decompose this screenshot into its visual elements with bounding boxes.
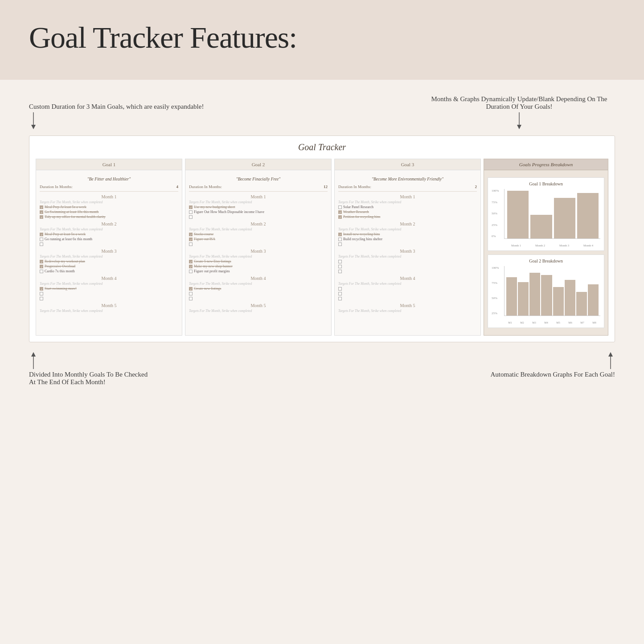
content-area: Custom Duration for 3 Main Goals, which … (0, 80, 644, 408)
task-item: Figure out profit margins (189, 269, 328, 273)
bottom-annotations: Divided Into Monthly Goals To Be Checked… (29, 351, 615, 386)
task-item: Cardio 7x this month (40, 269, 178, 273)
y-axis-1: 100% 75% 50% 25% 0% (492, 189, 499, 239)
g3-month-4: Month 4 Targets For The Month, Strike wh… (338, 276, 477, 300)
bar-2-1 (506, 277, 517, 316)
svg-marker-1 (31, 125, 36, 129)
tracker-container: Goal Tracker Goal 1 "Be Fitter and Healt… (29, 135, 615, 342)
g3-month-5: Month 5 Targets For The Month, Strike wh… (338, 303, 477, 313)
goal-3-header: Goal 3 (335, 159, 480, 170)
tracker-grid: Goal 1 "Be Fitter and Healthier" Duratio… (36, 159, 608, 336)
task-item: ✓ Make my new shop banner (189, 264, 328, 268)
goal-1-header: Goal 1 (36, 159, 182, 170)
task-item (338, 296, 477, 300)
task-item (338, 259, 477, 263)
task-item: ✓ Weather Research (338, 210, 477, 214)
task-item: ✓ Use my new budgeting sheet (189, 205, 328, 209)
task-item: ✓ Start swimming more! (40, 287, 178, 291)
tracker-title: Goal Tracker (36, 142, 608, 152)
chart-1-title: Goal 1 Breakdown (492, 181, 600, 186)
task-item (338, 291, 477, 295)
x-axis-1: Month 1 Month 2 Month 3 Month 4 (504, 244, 600, 247)
task-item (338, 269, 477, 273)
top-annotations: Custom Duration for 3 Main Goals, which … (29, 95, 615, 130)
task-item: ✓ Stocks course (189, 232, 328, 236)
arrow-up-right-bottom (606, 351, 615, 369)
g2-month-1: Month 1 Targets For The Month, Strike wh… (189, 194, 328, 219)
task-item: ✓ Create 5 new Etsy listings (189, 259, 328, 263)
g3-month-2: Month 2 Targets For The Month, Strike wh… (338, 222, 477, 246)
svg-marker-7 (608, 352, 613, 357)
bottom-annotation-right: Automatic Breakdown Graphs For Each Goal… (490, 351, 615, 386)
chart-2: 100% 75% 50% 25% (492, 266, 600, 324)
task-item: ✓ Progressive Overload (40, 264, 178, 268)
chart-1-area (504, 189, 600, 239)
task-item: Solar Panel Research (338, 205, 477, 209)
arrow-down-right (515, 112, 524, 130)
g2-month-4: Month 4 Targets For The Month, Strike wh… (189, 276, 328, 300)
task-item: ✓ Go Swimming at least 10x this month (40, 210, 178, 214)
svg-marker-3 (517, 125, 521, 129)
y-axis-2: 100% 75% 50% 25% (492, 266, 499, 316)
task-item (338, 287, 477, 291)
g1-month-2: Month 2 Targets For The Month, Strike wh… (40, 222, 178, 246)
bar-2-6 (565, 280, 575, 316)
g2-month-2: Month 2 Targets For The Month, Strike wh… (189, 222, 328, 246)
bar-2-7 (576, 292, 587, 316)
bar-2-5 (553, 287, 564, 316)
task-item: Build recycling bins shelter (338, 237, 477, 241)
main-title: Goal Tracker Features: (29, 20, 615, 55)
task-item (338, 264, 477, 268)
chart-2-area (504, 266, 600, 316)
task-item: ✓ Meal Prep at least 5x a week (40, 232, 178, 236)
task-item (40, 242, 178, 246)
header-section: Goal Tracker Features: (0, 0, 644, 80)
goal-2-column: Goal 2 "Become Finacially Free" Duration… (185, 159, 332, 336)
chart-2-title: Goal 2 Breakdown (492, 258, 600, 263)
goal-1-duration: Duration In Months: 4 (40, 185, 178, 192)
g2-month-5: Month 5 Targets For The Month, Strike wh… (189, 303, 328, 313)
bar-1-2 (530, 215, 552, 239)
bar-2-2 (518, 282, 529, 316)
goal-3-column: Goal 3 "Become More Enivronmentally Frie… (334, 159, 481, 336)
arrow-down-left (29, 112, 38, 130)
bar-1-1 (507, 191, 529, 238)
goal-3-duration: Duration In Months: 2 (338, 185, 477, 192)
task-item (189, 291, 328, 295)
chart-1-container: Goal 1 Breakdown 100% 75% 50% 25% 0% (488, 177, 604, 251)
svg-marker-5 (31, 352, 36, 357)
goal-2-duration: Duration In Months: 12 (189, 185, 328, 192)
goal-2-name: "Become Finacially Free" (189, 176, 328, 183)
task-item (40, 291, 178, 295)
bar-2-3 (529, 273, 540, 316)
task-item (338, 242, 477, 246)
task-item: Figure Out How Much Disposable income I … (189, 210, 328, 214)
task-item: Go running at least 6x this month (40, 237, 178, 241)
graphs-header: Goals Progress Breakdown (484, 159, 608, 170)
graphs-column: Goals Progress Breakdown Goal 1 Breakdow… (484, 159, 608, 336)
g1-month-1: Month 1 Targets For The Month, Strike wh… (40, 194, 178, 219)
goal-3-name: "Become More Enivronmentally Friendly" (338, 176, 477, 183)
g1-month-5: Month 5 Targets For The Month, Strike wh… (40, 303, 178, 313)
g3-month-1: Month 1 Targets For The Month, Strike wh… (338, 194, 477, 219)
task-item: ✓ Meal Prep At least 5x a week (40, 205, 178, 209)
goal-1-column: Goal 1 "Be Fitter and Healthier" Duratio… (36, 159, 182, 336)
bar-2-8 (588, 284, 599, 316)
task-item: ✓ Install new recycling bins (338, 232, 477, 236)
task-item: ✓ Petition for recycling bins (338, 215, 477, 219)
chart-1: 100% 75% 50% 25% 0% (492, 189, 600, 247)
arrow-up-left-bottom (29, 351, 38, 369)
goal-1-name: "Be Fitter and Healthier" (40, 176, 178, 183)
task-item (189, 242, 328, 246)
task-item (189, 296, 328, 300)
annotation-top-right: Months & Graphs Dynamically Update/Blank… (423, 95, 615, 130)
bar-1-4 (577, 193, 599, 238)
g1-month-4: Month 4 Targets For The Month, Strike wh… (40, 276, 178, 300)
task-item (189, 215, 328, 219)
task-item: ✓ Create new listings (189, 287, 328, 291)
bar-1-3 (554, 198, 575, 238)
task-item: ✓ Tidy up my office for mental health cl… (40, 215, 178, 219)
g1-month-3: Month 3 Targets For The Month, Strike wh… (40, 249, 178, 273)
task-item (40, 296, 178, 300)
g2-month-3: Month 3 Targets For The Month, Strike wh… (189, 249, 328, 273)
